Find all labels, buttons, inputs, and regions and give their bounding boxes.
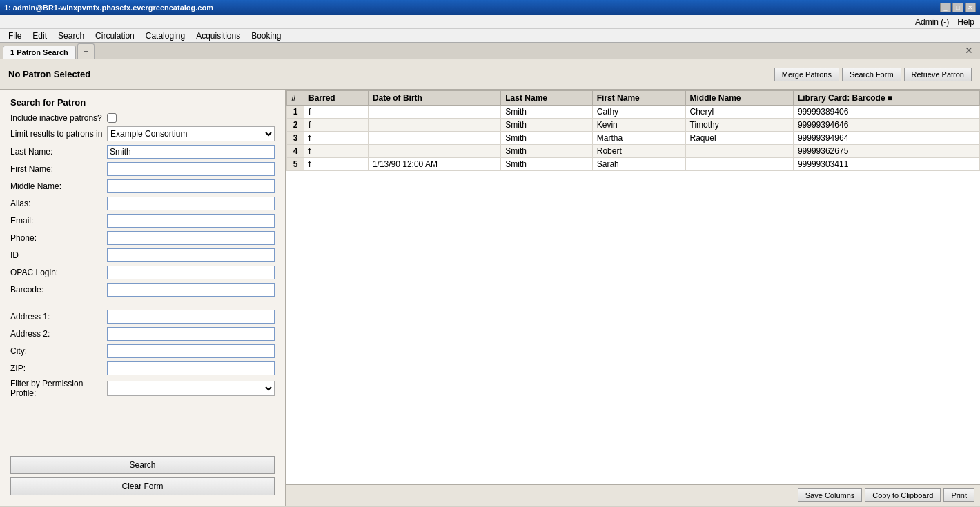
menu-file[interactable]: File (3, 30, 27, 42)
tab-bar: 1 Patron Search + ✕ (0, 43, 980, 59)
table-row[interactable]: 3 f Smith Martha Raquel 99999394964 (287, 132, 980, 145)
cell-dob (368, 145, 500, 158)
cell-lastname: Smith (501, 119, 592, 132)
cell-barred: f (304, 119, 369, 132)
opac-login-input[interactable] (107, 266, 275, 279)
cell-dob (368, 106, 500, 119)
inactive-patrons-checkbox[interactable] (107, 113, 117, 123)
cell-barcode: 99999394646 (793, 119, 979, 132)
table-row[interactable]: 1 f Smith Cathy Cheryl 99999389406 (287, 106, 980, 119)
print-button[interactable]: Print (943, 488, 974, 502)
id-row: ID (10, 248, 275, 262)
col-num-header[interactable]: # (287, 91, 304, 106)
middle-name-row: Middle Name: (10, 179, 275, 193)
results-table-container[interactable]: # Barred Date of Birth Last Name First N… (286, 90, 980, 484)
col-barred-header[interactable]: Barred (304, 91, 369, 106)
address2-label: Address 2: (10, 329, 107, 339)
last-name-label: Last Name: (10, 147, 107, 157)
col-middlename-header[interactable]: Middle Name (685, 91, 793, 106)
retrieve-patron-button[interactable]: Retrieve Patron (904, 68, 972, 81)
cell-lastname: Smith (501, 106, 592, 119)
cell-lastname: Smith (501, 158, 592, 171)
menu-edit[interactable]: Edit (27, 30, 52, 42)
search-form-area: Search for Patron Include inactive patro… (0, 90, 285, 450)
id-input[interactable] (107, 248, 275, 262)
address1-label: Address 1: (10, 312, 107, 321)
cell-firstname: Kevin (592, 119, 685, 132)
close-window-button[interactable]: ✕ (965, 3, 976, 12)
patron-status: No Patron Selected (8, 69, 90, 79)
search-button[interactable]: Search (10, 456, 275, 474)
patron-buttons: Merge Patrons Search Form Retrieve Patro… (774, 68, 972, 81)
table-row[interactable]: 2 f Smith Kevin Timothy 99999394646 (287, 119, 980, 132)
tab-add-button[interactable]: + (77, 43, 95, 59)
title-bar: 1: admin@BR1-winxpvmfx.phasefx.evergreen… (0, 0, 980, 15)
email-label: Email: (10, 216, 107, 226)
phone-row: Phone: (10, 231, 275, 245)
col-dob-header[interactable]: Date of Birth (368, 91, 500, 106)
cell-num: 3 (287, 132, 304, 145)
tab-patron-search[interactable]: 1 Patron Search (3, 46, 76, 59)
merge-patrons-button[interactable]: Merge Patrons (774, 68, 839, 81)
col-barcode-header[interactable]: Library Card: Barcode ■ (793, 91, 979, 106)
menu-search[interactable]: Search (52, 30, 90, 42)
clear-form-button[interactable]: Clear Form (10, 477, 275, 495)
limit-results-select[interactable]: Example Consortium (107, 126, 275, 141)
title-bar-text: 1: admin@BR1-winxpvmfx.phasefx.evergreen… (4, 3, 213, 12)
main-content: No Patron Selected Merge Patrons Search … (0, 59, 980, 506)
last-name-input[interactable] (107, 145, 275, 159)
phone-label: Phone: (10, 233, 107, 243)
results-panel: # Barred Date of Birth Last Name First N… (286, 90, 980, 506)
table-row[interactable]: 5 f 1/13/90 12:00 AM Smith Sarah 9999930… (287, 158, 980, 171)
cell-num: 1 (287, 106, 304, 119)
admin-link[interactable]: Admin (-) (915, 17, 949, 27)
col-firstname-header[interactable]: First Name (592, 91, 685, 106)
address1-row: Address 1: (10, 310, 275, 324)
minimize-button[interactable]: _ (940, 3, 951, 12)
perm-profile-row: Filter by Permission Profile: (10, 379, 275, 398)
save-columns-button[interactable]: Save Columns (798, 488, 863, 502)
menu-circulation[interactable]: Circulation (90, 30, 140, 42)
first-name-label: First Name: (10, 164, 107, 174)
zip-input[interactable] (107, 361, 275, 375)
cell-middlename: Timothy (685, 119, 793, 132)
cell-middlename: Raquel (685, 132, 793, 145)
search-panel: Search for Patron Include inactive patro… (0, 90, 286, 506)
middle-name-input[interactable] (107, 179, 275, 193)
menu-cataloging[interactable]: Cataloging (140, 30, 190, 42)
cell-barcode: 99999389406 (793, 106, 979, 119)
phone-input[interactable] (107, 231, 275, 245)
perm-profile-label: Filter by Permission Profile: (10, 379, 107, 398)
form-buttons: Search Clear Form (0, 450, 285, 506)
email-row: Email: (10, 214, 275, 228)
copy-to-clipboard-button[interactable]: Copy to Clipboard (865, 488, 941, 502)
city-row: City: (10, 344, 275, 358)
cell-firstname: Robert (592, 145, 685, 158)
cell-barcode: 99999394964 (793, 132, 979, 145)
cell-firstname: Cathy (592, 106, 685, 119)
search-form-button[interactable]: Search Form (842, 68, 901, 81)
tab-close-button[interactable]: ✕ (961, 42, 977, 59)
help-link[interactable]: Help (957, 17, 974, 27)
cell-num: 2 (287, 119, 304, 132)
first-name-input[interactable] (107, 162, 275, 176)
patron-info-bar: No Patron Selected Merge Patrons Search … (0, 59, 980, 90)
address2-input[interactable] (107, 327, 275, 341)
menu-booking[interactable]: Booking (246, 30, 286, 42)
limit-results-row: Limit results to patrons in Example Cons… (10, 126, 275, 141)
zip-label: ZIP: (10, 364, 107, 373)
alias-input[interactable] (107, 197, 275, 210)
title-bar-controls: _ □ ✕ (940, 3, 976, 12)
email-input[interactable] (107, 214, 275, 228)
perm-profile-select[interactable] (107, 381, 275, 396)
last-name-row: Last Name: (10, 145, 275, 159)
city-input[interactable] (107, 344, 275, 358)
maximize-button[interactable]: □ (952, 3, 963, 12)
barcode-input[interactable] (107, 283, 275, 297)
col-lastname-header[interactable]: Last Name (501, 91, 592, 106)
table-row[interactable]: 4 f Smith Robert 99999362675 (287, 145, 980, 158)
menu-acquisitions[interactable]: Acquisitions (190, 30, 246, 42)
address1-input[interactable] (107, 310, 275, 324)
table-header-row: # Barred Date of Birth Last Name First N… (287, 91, 980, 106)
cell-barred: f (304, 132, 369, 145)
